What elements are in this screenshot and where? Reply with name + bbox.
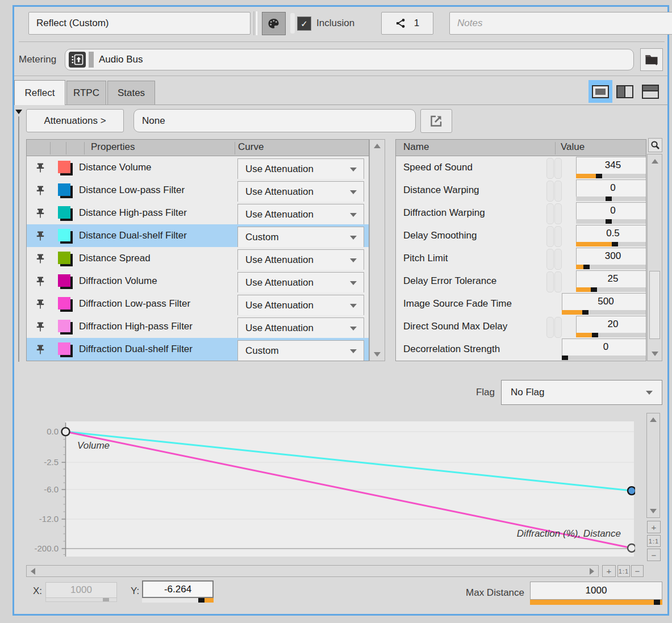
curve-mode-dropdown[interactable]: Custom xyxy=(237,340,364,361)
curve-row[interactable]: Distance Low-pass FilterUse Attenuation xyxy=(27,179,369,202)
graph-vertical-scrollbar[interactable] xyxy=(646,413,660,518)
curve-mode-dropdown[interactable]: Custom xyxy=(237,227,364,248)
scroll-down-icon[interactable] xyxy=(374,352,381,357)
tab-reflect[interactable]: Reflect xyxy=(14,80,65,105)
value-slider-track[interactable] xyxy=(576,265,646,269)
x-slider-marker[interactable] xyxy=(103,598,109,601)
value-column-header[interactable]: Value xyxy=(561,141,585,153)
x-coordinate-field[interactable]: 1000 xyxy=(45,582,117,598)
value-slider-marker[interactable] xyxy=(562,356,568,360)
value-slider-field[interactable]: 0 xyxy=(576,202,646,224)
rtpc-indicator[interactable] xyxy=(546,226,554,247)
graph-horizontal-scrollbar[interactable] xyxy=(26,565,599,577)
max-distance-field[interactable]: 1000 xyxy=(530,582,662,600)
curve-row[interactable]: Diffraction Low-pass FilterUse Attenuati… xyxy=(27,292,369,316)
curve-row[interactable]: Distance SpreadUse Attenuation xyxy=(27,247,369,270)
value-slider-marker[interactable] xyxy=(592,333,598,337)
scroll-right-icon[interactable] xyxy=(590,568,594,575)
color-palette-button[interactable] xyxy=(262,12,286,35)
value-slider-marker[interactable] xyxy=(612,242,618,246)
pin-cell[interactable] xyxy=(36,321,44,332)
graph-hzoom-in-button[interactable]: + xyxy=(602,565,616,577)
curve-mode-dropdown[interactable]: Use Attenuation xyxy=(237,181,364,203)
scroll-up-icon[interactable] xyxy=(374,144,381,148)
x-slider[interactable] xyxy=(45,598,117,602)
pin-cell[interactable] xyxy=(36,231,44,241)
curve-row[interactable]: Diffraction High-pass FilterUse Attenuat… xyxy=(27,315,369,338)
value-slider-track[interactable] xyxy=(576,242,646,246)
state-indicator[interactable] xyxy=(554,158,562,179)
layout-split-vertical-button[interactable] xyxy=(615,81,635,102)
state-indicator[interactable] xyxy=(554,317,562,338)
value-slider-marker[interactable] xyxy=(606,219,612,224)
y-coordinate-field[interactable]: -6.264 xyxy=(142,580,214,598)
value-slider-field[interactable]: 0.5 xyxy=(576,225,646,246)
browse-bus-button[interactable] xyxy=(640,48,663,71)
value-row[interactable]: Delay Error Tolerance25 xyxy=(396,270,646,292)
notes-field[interactable]: Notes xyxy=(449,12,672,35)
value-row[interactable]: Pitch Limit300 xyxy=(396,247,646,270)
value-row[interactable]: Delay Smoothing0.5 xyxy=(396,224,646,247)
rtpc-indicator[interactable] xyxy=(546,181,554,202)
audio-bus-field[interactable]: Audio Bus xyxy=(65,49,634,70)
curve-mode-dropdown[interactable]: Use Attenuation xyxy=(237,295,364,316)
curve-column-header[interactable]: Curve xyxy=(238,141,264,153)
attenuations-button[interactable]: Attenuations > xyxy=(26,109,124,132)
graph-vzoom-reset-button[interactable]: 1:1 xyxy=(647,535,661,547)
scroll-left-icon[interactable] xyxy=(31,568,35,575)
value-slider-field[interactable]: 20 xyxy=(576,316,646,337)
value-slider-field[interactable]: 0 xyxy=(562,338,646,360)
state-indicator[interactable] xyxy=(554,203,562,224)
graph-vzoom-in-button[interactable]: + xyxy=(647,521,661,533)
scroll-up-icon[interactable] xyxy=(652,159,658,164)
value-slider-marker[interactable] xyxy=(583,265,590,269)
value-slider-track[interactable] xyxy=(576,174,646,178)
value-slider-marker[interactable] xyxy=(591,287,597,292)
value-slider-marker[interactable] xyxy=(606,196,612,201)
value-slider-track[interactable] xyxy=(562,310,646,315)
curve-mode-dropdown[interactable]: Use Attenuation xyxy=(237,249,364,271)
edit-attenuation-button[interactable] xyxy=(420,109,452,133)
value-row[interactable]: Direct Sound Max Delay20 xyxy=(396,315,646,338)
properties-column-header[interactable]: Properties xyxy=(91,141,135,153)
value-row[interactable]: Diffraction Warping0 xyxy=(396,202,646,224)
curve-point-origin[interactable] xyxy=(62,428,70,436)
effect-name-field[interactable]: Reflect (Custom) xyxy=(28,12,251,35)
curve-mode-dropdown[interactable]: Use Attenuation xyxy=(237,272,364,294)
name-column-header[interactable]: Name xyxy=(403,141,429,153)
splitter-line[interactable] xyxy=(18,116,19,362)
curves-table-scrollbar[interactable] xyxy=(369,139,385,361)
value-slider-field[interactable]: 345 xyxy=(576,157,646,178)
scroll-up-icon[interactable] xyxy=(650,417,657,422)
curve-mode-dropdown[interactable]: Use Attenuation xyxy=(237,204,364,225)
pin-cell[interactable] xyxy=(36,253,44,264)
rtpc-indicator[interactable] xyxy=(546,317,554,338)
graph-hzoom-reset-button[interactable]: 1:1 xyxy=(617,565,630,577)
rtpc-indicator[interactable] xyxy=(546,249,554,270)
value-slider-marker[interactable] xyxy=(596,174,602,178)
inclusion-checkbox[interactable]: ✓ xyxy=(297,16,311,31)
scrollbar-thumb[interactable] xyxy=(649,271,660,339)
value-row[interactable]: Decorrelation Strength0 xyxy=(396,338,646,361)
rtpc-indicator[interactable] xyxy=(546,271,554,292)
value-slider-field[interactable]: 25 xyxy=(576,270,646,292)
max-distance-slider[interactable] xyxy=(530,600,662,605)
layout-split-horizontal-button[interactable] xyxy=(640,81,661,102)
value-slider-field[interactable]: 300 xyxy=(576,248,646,269)
curve-row[interactable]: Diffraction Dual-shelf FilterCustom xyxy=(27,338,369,361)
value-row[interactable]: Speed of Sound345 xyxy=(396,156,646,179)
value-slider-marker[interactable] xyxy=(582,310,588,315)
pin-cell[interactable] xyxy=(36,185,44,195)
graph-vzoom-out-button[interactable]: − xyxy=(647,549,661,561)
curve-row[interactable]: Distance Dual-shelf FilterCustom xyxy=(27,224,369,248)
search-button[interactable] xyxy=(648,138,662,152)
flag-dropdown[interactable]: No Flag xyxy=(501,380,662,405)
graph-hzoom-out-button[interactable]: − xyxy=(631,565,644,577)
pin-cell[interactable] xyxy=(36,162,44,173)
tab-rtpc[interactable]: RTPC xyxy=(66,81,106,104)
value-row[interactable]: Distance Warping0 xyxy=(396,179,646,202)
pin-cell[interactable] xyxy=(36,276,44,286)
bus-grip[interactable] xyxy=(89,52,94,68)
y-slider[interactable] xyxy=(142,598,214,603)
rtpc-indicator[interactable] xyxy=(546,203,554,224)
